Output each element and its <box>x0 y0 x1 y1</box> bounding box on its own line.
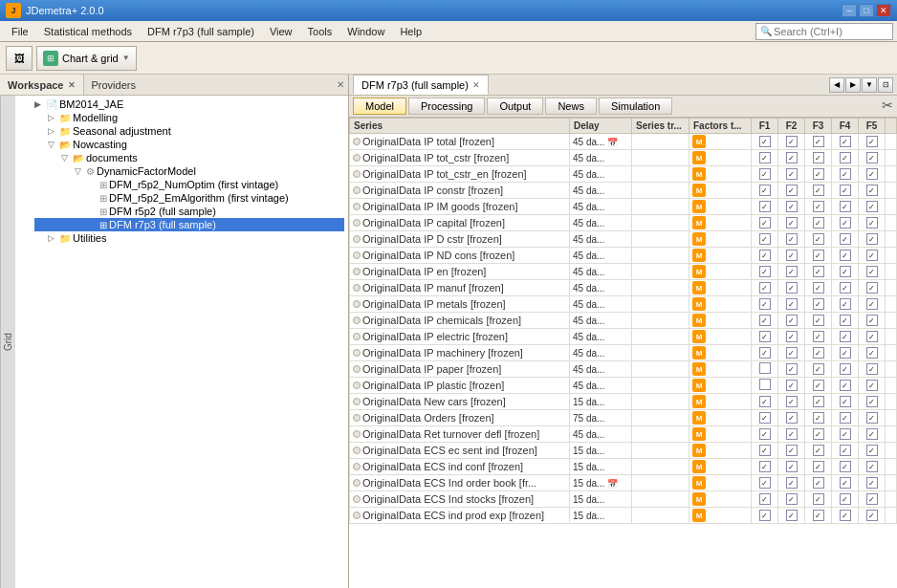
cell-f2[interactable]: ✓ <box>778 410 805 426</box>
checkbox-f2[interactable]: ✓ <box>786 347 798 359</box>
checkbox-f2[interactable]: ✓ <box>786 298 798 310</box>
cell-f2[interactable]: ✓ <box>778 426 805 443</box>
minimize-button[interactable]: – <box>842 4 857 17</box>
checkbox-f1[interactable] <box>759 379 771 390</box>
tree-item-dfm1[interactable]: ⊞ DFM_r5p2_NumOptim (first vintage) <box>34 178 344 191</box>
cell-f4[interactable]: ✓ <box>832 443 859 459</box>
cell-f1[interactable]: ✓ <box>752 296 778 313</box>
checkbox-f5[interactable]: ✓ <box>866 282 878 294</box>
cell-f4[interactable]: ✓ <box>832 166 859 183</box>
cell-f4[interactable]: ✓ <box>832 475 859 491</box>
search-input[interactable] <box>774 26 888 37</box>
cell-f3[interactable]: ✓ <box>805 378 832 394</box>
checkbox-f5[interactable]: ✓ <box>866 217 878 229</box>
checkbox-f3[interactable]: ✓ <box>813 168 824 180</box>
menu-statistical-methods[interactable]: Statistical methods <box>36 24 140 39</box>
checkbox-f4[interactable]: ✓ <box>840 510 851 521</box>
checkbox-f1[interactable]: ✓ <box>759 461 771 472</box>
cell-f4[interactable]: ✓ <box>832 248 859 264</box>
menu-file[interactable]: File <box>4 24 36 39</box>
checkbox-f3[interactable]: ✓ <box>813 250 824 261</box>
checkbox-f3[interactable]: ✓ <box>813 347 824 359</box>
checkbox-f5[interactable]: ✓ <box>866 445 878 456</box>
cell-f5[interactable]: ✓ <box>859 426 886 443</box>
cell-f3[interactable]: ✓ <box>805 264 832 280</box>
cell-f3[interactable]: ✓ <box>805 443 832 459</box>
checkbox-f3[interactable]: ✓ <box>813 363 824 375</box>
checkbox-f2[interactable]: ✓ <box>786 428 798 440</box>
checkbox-f4[interactable]: ✓ <box>840 201 851 212</box>
checkbox-f5[interactable]: ✓ <box>866 168 878 180</box>
cell-f4[interactable]: ✓ <box>832 231 859 248</box>
checkbox-f1[interactable]: ✓ <box>759 331 771 342</box>
cell-f4[interactable]: ✓ <box>832 296 859 313</box>
checkbox-f3[interactable]: ✓ <box>813 477 824 489</box>
cell-f4[interactable]: ✓ <box>832 215 859 231</box>
cell-f5[interactable]: ✓ <box>859 183 886 199</box>
checkbox-f4[interactable]: ✓ <box>840 380 851 391</box>
tree-item-modelling[interactable]: ▷ 📁 Modelling <box>34 111 344 124</box>
cell-f3[interactable]: ✓ <box>805 183 832 199</box>
checkbox-f5[interactable]: ✓ <box>866 250 878 261</box>
cell-f3[interactable]: ✓ <box>805 475 832 491</box>
tree-item-documents[interactable]: ▽ 📂 documents <box>34 151 344 164</box>
cell-f5[interactable]: ✓ <box>859 231 886 248</box>
cell-f4[interactable]: ✓ <box>832 508 859 524</box>
checkbox-f1[interactable]: ✓ <box>759 396 771 407</box>
cell-f4[interactable]: ✓ <box>832 426 859 443</box>
checkbox-f1[interactable]: ✓ <box>759 233 771 245</box>
providers-tab[interactable]: Providers <box>84 77 143 93</box>
checkbox-f5[interactable]: ✓ <box>866 331 878 342</box>
checkbox-f2[interactable]: ✓ <box>786 477 798 489</box>
checkbox-f3[interactable]: ✓ <box>813 510 824 521</box>
checkbox-f3[interactable]: ✓ <box>813 396 824 407</box>
checkbox-f2[interactable]: ✓ <box>786 136 798 147</box>
maximize-button[interactable]: □ <box>859 4 874 17</box>
cell-f2[interactable]: ✓ <box>778 215 805 231</box>
cell-f5[interactable]: ✓ <box>859 280 886 296</box>
tree-item-seasonal[interactable]: ▷ 📁 Seasonal adjustment <box>34 124 344 138</box>
checkbox-f1[interactable]: ✓ <box>759 445 771 456</box>
cell-f4[interactable]: ✓ <box>832 280 859 296</box>
checkbox-f2[interactable]: ✓ <box>786 217 798 229</box>
cell-f3[interactable]: ✓ <box>805 329 832 345</box>
cell-f2[interactable]: ✓ <box>778 248 805 264</box>
checkbox-f2[interactable]: ✓ <box>786 282 798 294</box>
checkbox-f4[interactable]: ✓ <box>840 250 851 261</box>
cell-f3[interactable]: ✓ <box>805 361 832 378</box>
col-f1[interactable]: F1 <box>752 119 778 134</box>
cell-f2[interactable]: ✓ <box>778 345 805 361</box>
cell-f1[interactable]: ✓ <box>752 264 778 280</box>
tab-nav-down[interactable]: ▼ <box>862 77 877 93</box>
cell-f2[interactable]: ✓ <box>778 183 805 199</box>
checkbox-f4[interactable]: ✓ <box>840 396 851 407</box>
cell-f2[interactable]: ✓ <box>778 508 805 524</box>
cell-f1[interactable]: ✓ <box>752 459 778 475</box>
cell-f1[interactable]: ✓ <box>752 475 778 491</box>
cell-f1[interactable]: ✓ <box>752 134 778 150</box>
checkbox-f5[interactable]: ✓ <box>866 477 878 489</box>
checkbox-f1[interactable]: ✓ <box>759 298 771 310</box>
checkbox-f5[interactable]: ✓ <box>866 510 878 521</box>
cell-f2[interactable]: ✓ <box>778 264 805 280</box>
checkbox-f2[interactable]: ✓ <box>786 331 798 342</box>
checkbox-f1[interactable]: ✓ <box>759 412 771 424</box>
tree-item-nowcasting[interactable]: ▽ 📂 Nowcasting <box>34 138 344 151</box>
cell-f1[interactable]: ✓ <box>752 215 778 231</box>
checkbox-f4[interactable]: ✓ <box>840 136 851 147</box>
checkbox-f1[interactable]: ✓ <box>759 493 771 505</box>
cell-f5[interactable]: ✓ <box>859 134 886 150</box>
checkbox-f3[interactable]: ✓ <box>813 233 824 245</box>
doc-tab-close[interactable]: ✕ <box>472 80 480 90</box>
cell-f5[interactable]: ✓ <box>859 313 886 329</box>
cell-f3[interactable]: ✓ <box>805 199 832 215</box>
menu-dfm[interactable]: DFM r7p3 (full sample) <box>140 24 262 39</box>
cell-f4[interactable]: ✓ <box>832 134 859 150</box>
checkbox-f4[interactable]: ✓ <box>840 185 851 196</box>
checkbox-f2[interactable]: ✓ <box>786 168 798 180</box>
checkbox-f1[interactable]: ✓ <box>759 477 771 489</box>
checkbox-f3[interactable]: ✓ <box>813 315 824 326</box>
checkbox-f5[interactable]: ✓ <box>866 428 878 440</box>
checkbox-f5[interactable]: ✓ <box>866 396 878 407</box>
cell-f2[interactable]: ✓ <box>778 491 805 508</box>
